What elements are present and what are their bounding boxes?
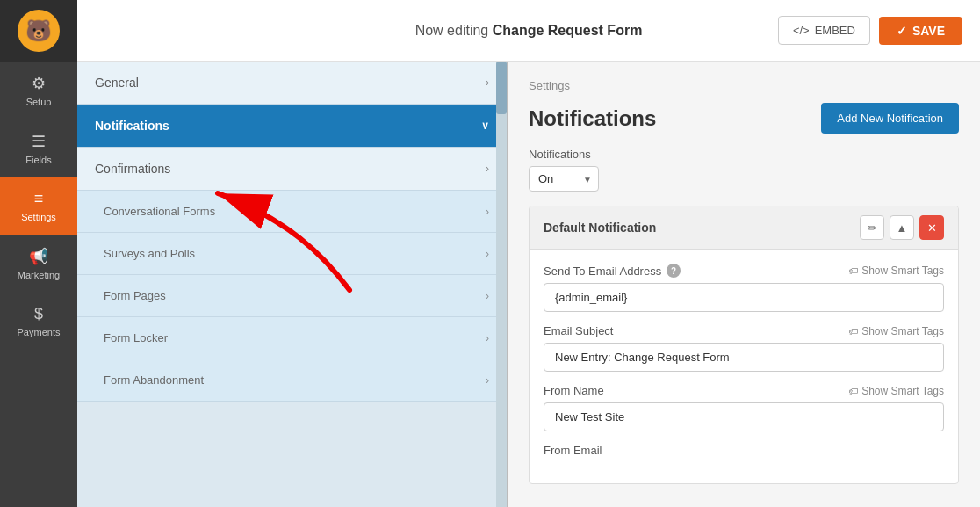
notifications-toggle-group: Notifications On Off ▼ xyxy=(529,148,959,192)
chevron-right-icon-5: › xyxy=(486,290,489,302)
sidebar-item-setup[interactable]: ⚙ Setup xyxy=(0,62,77,120)
form-name: Change Request Form xyxy=(493,23,643,38)
chevron-right-icon-4: › xyxy=(486,248,489,260)
marketing-icon: 📢 xyxy=(29,247,48,266)
tag-icon-2: 🏷 xyxy=(848,326,858,337)
sidebar-label-setup: Setup xyxy=(26,97,52,107)
from-email-label: From Email xyxy=(544,444,602,457)
nav-item-surveys-polls[interactable]: Surveys and Polls › xyxy=(77,233,507,275)
right-panel: Settings Notifications Add New Notificat… xyxy=(508,62,980,507)
nav-item-notifications[interactable]: Notifications ∨ xyxy=(77,105,507,148)
from-name-header: From Name 🏷 Show Smart Tags xyxy=(544,384,944,397)
default-notification-card: Default Notification ✏ ▲ ✕ xyxy=(529,206,959,484)
panel-title: Notifications Add New Notification xyxy=(529,103,959,134)
pencil-icon: ✏ xyxy=(868,221,877,235)
nav-item-form-abandonment[interactable]: Form Abandonment › xyxy=(77,359,507,402)
sidebar-item-settings[interactable]: ≡ Settings xyxy=(0,177,77,235)
nav-item-form-pages[interactable]: Form Pages › xyxy=(77,275,507,317)
top-bar: Now editing Change Request Form </> EMBE… xyxy=(77,0,980,62)
from-name-group: From Name 🏷 Show Smart Tags xyxy=(544,384,944,431)
nav-item-confirmations[interactable]: Confirmations › xyxy=(77,148,507,191)
sidebar-label-fields: Fields xyxy=(25,155,51,165)
sidebar-label-payments: Payments xyxy=(18,327,61,337)
embed-code-icon: </> xyxy=(793,24,810,37)
notifications-select[interactable]: On Off xyxy=(529,166,599,192)
notifications-toggle-label: Notifications xyxy=(529,148,959,161)
top-bar-actions: </> EMBED ✓ SAVE xyxy=(778,16,962,45)
settings-icon: ≡ xyxy=(34,190,44,208)
editing-prefix: Now editing xyxy=(415,23,493,38)
chevron-right-icon-2: › xyxy=(486,163,489,175)
chevron-right-icon: › xyxy=(486,76,489,89)
sidebar-item-fields[interactable]: ☰ Fields xyxy=(0,120,77,177)
right-panel-inner: Settings Notifications Add New Notificat… xyxy=(508,62,980,502)
smart-tags-link-1[interactable]: 🏷 Show Smart Tags xyxy=(848,264,944,277)
top-bar-title: Now editing Change Request Form xyxy=(415,23,643,39)
checkmark-icon: ✓ xyxy=(897,24,907,38)
scrollbar-thumb[interactable] xyxy=(496,62,507,114)
collapse-notification-button[interactable]: ▲ xyxy=(890,215,914,240)
edit-notification-button[interactable]: ✏ xyxy=(860,215,884,240)
chevron-down-icon: ∨ xyxy=(481,120,489,132)
logo[interactable]: 🐻 xyxy=(0,0,77,62)
notification-card-title: Default Notification xyxy=(544,221,656,235)
notification-card-header: Default Notification ✏ ▲ ✕ xyxy=(530,206,958,250)
smart-tags-link-3[interactable]: 🏷 Show Smart Tags xyxy=(848,385,944,397)
delete-notification-button[interactable]: ✕ xyxy=(919,215,944,240)
payments-icon: $ xyxy=(34,305,43,323)
from-name-input[interactable] xyxy=(544,402,944,431)
settings-breadcrumb: Settings xyxy=(529,79,959,92)
content-area: General › Notifications ∨ Confirmations … xyxy=(77,62,980,507)
fields-icon: ☰ xyxy=(32,132,46,151)
chevron-up-icon: ▲ xyxy=(897,221,908,235)
email-subject-group: Email Subject 🏷 Show Smart Tags xyxy=(544,324,944,372)
nav-item-general[interactable]: General › xyxy=(77,62,507,105)
setup-icon: ⚙ xyxy=(32,74,46,93)
sidebar-label-settings: Settings xyxy=(21,212,56,222)
close-icon: ✕ xyxy=(927,221,937,235)
icon-sidebar: 🐻 ⚙ Setup ☰ Fields ≡ Settings 📢 Marketin… xyxy=(0,0,77,507)
logo-emoji: 🐻 xyxy=(25,18,52,43)
chevron-right-icon-6: › xyxy=(486,332,489,344)
add-notification-button[interactable]: Add New Notification xyxy=(821,103,959,134)
notifications-title: Notifications xyxy=(529,106,656,131)
send-to-help-icon[interactable]: ? xyxy=(667,264,681,278)
send-to-label: Send To Email Address ? xyxy=(544,264,681,278)
chevron-right-icon-3: › xyxy=(486,206,489,218)
send-to-header: Send To Email Address ? 🏷 Show Smart Tag… xyxy=(544,264,944,278)
from-email-header: From Email xyxy=(544,444,944,457)
notification-card-body: Send To Email Address ? 🏷 Show Smart Tag… xyxy=(530,250,958,483)
email-subject-label: Email Subject xyxy=(544,324,613,337)
notifications-select-wrapper: On Off ▼ xyxy=(529,166,599,192)
send-to-group: Send To Email Address ? 🏷 Show Smart Tag… xyxy=(544,264,944,312)
sidebar-item-payments[interactable]: $ Payments xyxy=(0,293,77,350)
email-subject-header: Email Subject 🏷 Show Smart Tags xyxy=(544,324,944,337)
from-email-group: From Email xyxy=(544,444,944,457)
sidebar-item-marketing[interactable]: 📢 Marketing xyxy=(0,235,77,293)
card-actions: ✏ ▲ ✕ xyxy=(860,215,944,240)
main-area: Now editing Change Request Form </> EMBE… xyxy=(77,0,980,507)
tag-icon-1: 🏷 xyxy=(848,265,858,276)
save-button[interactable]: ✓ SAVE xyxy=(879,17,962,45)
tag-icon-3: 🏷 xyxy=(848,386,858,396)
nav-item-form-locker[interactable]: Form Locker › xyxy=(77,317,507,359)
scrollbar-track[interactable] xyxy=(496,62,507,507)
embed-button[interactable]: </> EMBED xyxy=(778,16,870,45)
logo-bear: 🐻 xyxy=(18,10,60,52)
left-nav-panel: General › Notifications ∨ Confirmations … xyxy=(77,62,508,507)
from-name-label: From Name xyxy=(544,384,604,397)
chevron-right-icon-7: › xyxy=(486,374,489,387)
email-subject-input[interactable] xyxy=(544,343,944,372)
send-to-input[interactable] xyxy=(544,283,944,312)
smart-tags-link-2[interactable]: 🏷 Show Smart Tags xyxy=(848,325,944,337)
sidebar-label-marketing: Marketing xyxy=(18,270,60,280)
nav-item-conversational-forms[interactable]: Conversational Forms › xyxy=(77,191,507,233)
